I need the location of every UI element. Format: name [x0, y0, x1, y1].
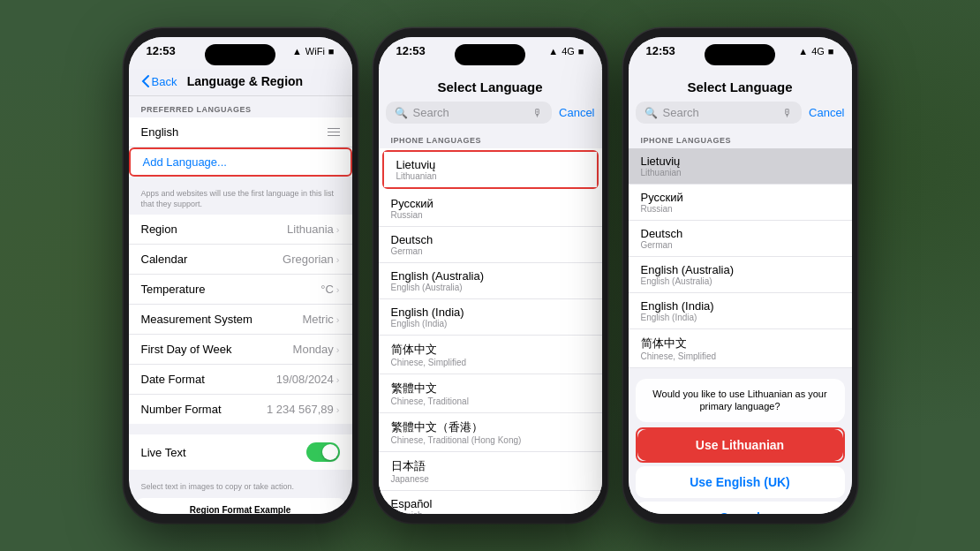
- region-value: Lithuania ›: [287, 223, 339, 236]
- dynamic-island-1: [205, 44, 275, 65]
- mic-icon-3: 🎙: [782, 107, 793, 119]
- status-time-1: 12:53: [147, 44, 176, 57]
- select-lang-title-2: Select Language: [379, 69, 602, 102]
- lang-name-zh-cn-3: 简体中文: [641, 336, 840, 351]
- use-lithuanian-button[interactable]: Use Lithuanian: [637, 429, 843, 461]
- chevron-icon-meas: ›: [336, 314, 340, 325]
- phone-3-content: Select Language 🔍 Search 🎙 Cancel IPHONE…: [629, 69, 852, 514]
- signal-icon-1: ▲: [292, 46, 302, 57]
- use-english-button[interactable]: Use English (UK): [636, 466, 845, 498]
- lang-native-zh-cn-3: Chinese, Simplified: [641, 351, 840, 361]
- lang-item-ja[interactable]: 日本語 Japanese: [379, 452, 602, 491]
- lang-native-en-au: English (Australia): [391, 283, 590, 292]
- status-icons-3: ▲ 4G ■: [798, 46, 833, 57]
- dynamic-island-3: [705, 44, 775, 65]
- back-chevron-icon: [141, 74, 150, 88]
- lang-name-zh-hk: 繁體中文（香港）: [391, 419, 590, 435]
- add-language-button[interactable]: Add Language...: [129, 147, 352, 177]
- measurement-item[interactable]: Measurement System Metric ›: [129, 305, 352, 335]
- phone-2-screen: 12:53 ▲ 4G ■ Select Language 🔍 Search 🎙 …: [379, 37, 602, 514]
- first-day-item[interactable]: First Day of Week Monday ›: [129, 335, 352, 365]
- date-format-item[interactable]: Date Format 19/08/2024 ›: [129, 365, 352, 395]
- status-icons-1: ▲ WiFi ■: [292, 46, 335, 57]
- live-text-toggle[interactable]: [306, 442, 340, 462]
- confirm-text: Would you like to use Lithuanian as your…: [646, 388, 834, 413]
- lang-item-en-in-3[interactable]: English (India) English (India): [629, 293, 852, 329]
- lang-native-zh-tw: Chinese, Traditional: [391, 396, 590, 406]
- number-format-item[interactable]: Number Format 1 234 567,89 ›: [129, 395, 352, 424]
- wifi-icon-2: 4G: [562, 46, 575, 57]
- lang-item-zh-hk[interactable]: 繁體中文（香港） Chinese, Traditional (Hong Kong…: [379, 413, 602, 452]
- select-lang-title-3: Select Language: [629, 69, 852, 102]
- calendar-value: Gregorian ›: [283, 253, 339, 266]
- lang-name-ru: Русский: [391, 197, 590, 210]
- lang-native-ru: Russian: [391, 210, 590, 220]
- lang-name-en-in-3: English (India): [641, 299, 840, 313]
- cancel-button-3[interactable]: Cancel: [809, 106, 844, 119]
- chevron-icon-fd: ›: [336, 344, 340, 355]
- lang-item-zh-tw[interactable]: 繁體中文 Chinese, Traditional: [379, 374, 602, 413]
- temperature-value: °C ›: [320, 283, 339, 296]
- lang-native-en-au-3: English (Australia): [641, 276, 840, 286]
- reorder-icon: [328, 128, 340, 137]
- chevron-icon-nf: ›: [336, 404, 340, 415]
- chevron-icon: ›: [336, 224, 340, 235]
- use-lithuanian-highlight[interactable]: Use Lithuanian: [636, 427, 845, 463]
- cancel-button-2[interactable]: Cancel: [559, 106, 594, 119]
- lang-native-en-in: English (India): [391, 319, 590, 328]
- phone-2: 12:53 ▲ 4G ■ Select Language 🔍 Search 🎙 …: [373, 28, 607, 523]
- lang-native-es: Spanish: [391, 510, 590, 514]
- live-text-label: Live Text: [141, 446, 186, 459]
- preferred-lang-header: PREFERRED LANGUAGES: [129, 96, 352, 117]
- lang-name-en-au-3: English (Australia): [641, 263, 840, 276]
- lang-info-text: Apps and websites will use the first lan…: [129, 187, 352, 215]
- live-text-item[interactable]: Live Text: [129, 434, 352, 470]
- date-format-value: 19/08/2024 ›: [276, 373, 340, 386]
- measurement-value: Metric ›: [302, 313, 339, 326]
- lang-name-en-in: English (India): [391, 306, 590, 319]
- region-item[interactable]: Region Lithuania ›: [129, 215, 352, 245]
- search-bar-2[interactable]: 🔍 Search 🎙: [386, 102, 553, 124]
- lang-native-zh-hk: Chinese, Traditional (Hong Kong): [391, 435, 590, 445]
- calendar-item[interactable]: Calendar Gregorian ›: [129, 245, 352, 275]
- iphone-lang-header-2: IPHONE LANGUAGES: [379, 131, 602, 148]
- phone-3-screen: 12:53 ▲ 4G ■ Select Language 🔍 Search 🎙 …: [629, 37, 852, 514]
- battery-icon-3: ■: [828, 46, 834, 57]
- lang-name-ja: 日本語: [391, 458, 590, 474]
- lang-item-en-au[interactable]: English (Australia) English (Australia): [379, 263, 602, 299]
- iphone-lang-header-3: IPHONE LANGUAGES: [629, 131, 852, 148]
- lang-name-lt-3: Lietuvių: [641, 155, 840, 168]
- phone-1: 12:53 ▲ WiFi ■ Back Language & Region PR…: [124, 28, 358, 523]
- number-format-value: 1 234 567,89 ›: [267, 403, 340, 416]
- lang-native-lt: Lithuanian: [396, 171, 584, 181]
- lang-item-zh-cn[interactable]: 简体中文 Chinese, Simplified: [379, 336, 602, 374]
- lang-item-en-in[interactable]: English (India) English (India): [379, 299, 602, 336]
- lang-native-lt-3: Lithuanian: [641, 168, 840, 177]
- battery-icon-2: ■: [578, 46, 584, 57]
- lietuviu-highlighted-item[interactable]: Lietuvių Lithuanian: [382, 150, 599, 189]
- lang-name-en-au: English (Australia): [391, 269, 590, 283]
- search-icon-2: 🔍: [395, 107, 408, 119]
- lang-item-de-3[interactable]: Deutsch German: [629, 221, 852, 257]
- lang-item-en-au-3[interactable]: English (Australia) English (Australia): [629, 257, 852, 293]
- lang-item-zh-cn-3[interactable]: 简体中文 Chinese, Simplified: [629, 329, 852, 368]
- lang-item-ru[interactable]: Русский Russian: [379, 191, 602, 227]
- status-icons-2: ▲ 4G ■: [548, 46, 584, 57]
- cancel-dialog-button[interactable]: Cancel: [636, 502, 845, 514]
- lang-item-de[interactable]: Deutsch German: [379, 227, 602, 263]
- lang-name-de: Deutsch: [391, 233, 590, 246]
- search-bar-3[interactable]: 🔍 Search 🎙: [636, 102, 803, 124]
- english-lang-item[interactable]: English: [129, 117, 352, 147]
- date-format-label: Date Format: [141, 373, 205, 386]
- lang-item-ru-3[interactable]: Русский Russian: [629, 185, 852, 221]
- lang-name-ru-3: Русский: [641, 191, 840, 204]
- region-format-example: Region Format Example 00:34 Monday, 19 A…: [136, 498, 345, 514]
- lang-item-es[interactable]: Español Spanish: [379, 491, 602, 514]
- signal-icon-3: ▲: [798, 46, 808, 57]
- temperature-item[interactable]: Temperature °C ›: [129, 275, 352, 305]
- language-list-3: Lietuvių Lithuanian Русский Russian Deut…: [629, 148, 852, 368]
- lang-item-lt-selected[interactable]: Lietuvių Lithuanian: [629, 148, 852, 185]
- lang-native-ja: Japanese: [391, 474, 590, 484]
- language-list-2: Lietuvių Lithuanian Русский Russian Deut…: [379, 148, 602, 514]
- settings-list: Region Lithuania › Calendar Gregorian › …: [129, 215, 352, 424]
